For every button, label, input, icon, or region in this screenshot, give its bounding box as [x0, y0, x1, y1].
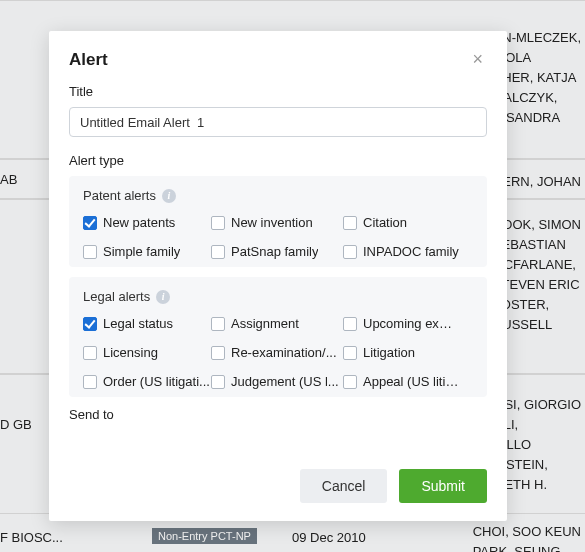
patent-alerts-title: Patent alerts i [83, 188, 473, 203]
send-to-label: Send to [69, 407, 487, 422]
patent-alerts-title-text: Patent alerts [83, 188, 156, 203]
chk-label: Legal status [103, 316, 173, 331]
chk-appeal-us-litigation[interactable]: Appeal (US litig... [343, 374, 459, 389]
checkbox[interactable] [83, 375, 97, 389]
cancel-button[interactable]: Cancel [300, 469, 388, 503]
chk-label: New invention [231, 215, 313, 230]
chk-upcoming-expiration[interactable]: Upcoming expir... [343, 316, 459, 331]
chk-label: Assignment [231, 316, 299, 331]
patent-alerts-box: Patent alerts i New patents New inventio… [69, 176, 487, 267]
close-icon[interactable]: × [468, 49, 487, 70]
chk-label: Judgement (US l... [231, 374, 339, 389]
chk-label: PatSnap family [231, 244, 318, 259]
chk-licensing[interactable]: Licensing [83, 345, 211, 360]
legal-alerts-title: Legal alerts i [83, 289, 473, 304]
alert-modal: Alert × Title Alert type Patent alerts i… [49, 31, 507, 521]
modal-body: Title Alert type Patent alerts i New pat… [49, 82, 507, 455]
chk-new-invention[interactable]: New invention [211, 215, 343, 230]
chk-citation[interactable]: Citation [343, 215, 459, 230]
chk-label: Appeal (US litig... [363, 374, 459, 389]
checkbox[interactable] [343, 216, 357, 230]
chk-simple-family[interactable]: Simple family [83, 244, 211, 259]
checkbox[interactable] [83, 245, 97, 259]
checkbox[interactable] [211, 317, 225, 331]
checkbox[interactable] [343, 317, 357, 331]
chk-label: Order (US litigati... [103, 374, 210, 389]
modal-header: Alert × [49, 31, 507, 82]
info-icon[interactable]: i [156, 290, 170, 304]
modal-footer: Cancel Submit [49, 455, 507, 521]
patent-checkbox-grid: New patents New invention Citation Simpl… [83, 215, 473, 259]
checkbox[interactable] [343, 245, 357, 259]
checkbox[interactable] [211, 245, 225, 259]
alert-type-label: Alert type [69, 153, 487, 168]
chk-label: New patents [103, 215, 175, 230]
chk-label: Simple family [103, 244, 180, 259]
checkbox[interactable] [343, 375, 357, 389]
modal-title: Alert [69, 50, 108, 70]
chk-inpadoc-family[interactable]: INPADOC family [343, 244, 459, 259]
title-input[interactable] [69, 107, 487, 137]
chk-label: Upcoming expir... [363, 316, 459, 331]
chk-judgement-us[interactable]: Judgement (US l... [211, 374, 343, 389]
checkbox[interactable] [211, 375, 225, 389]
checkbox[interactable] [83, 346, 97, 360]
checkbox[interactable] [211, 216, 225, 230]
checkbox[interactable] [211, 346, 225, 360]
chk-litigation[interactable]: Litigation [343, 345, 459, 360]
chk-label: Licensing [103, 345, 158, 360]
chk-label: Litigation [363, 345, 415, 360]
legal-alerts-title-text: Legal alerts [83, 289, 150, 304]
chk-legal-status[interactable]: Legal status [83, 316, 211, 331]
legal-alerts-box: Legal alerts i Legal status Assignment U… [69, 277, 487, 397]
legal-checkbox-grid: Legal status Assignment Upcoming expir..… [83, 316, 473, 389]
chk-order-us-litigation[interactable]: Order (US litigati... [83, 374, 211, 389]
checkbox[interactable] [83, 317, 97, 331]
chk-label: INPADOC family [363, 244, 459, 259]
chk-label: Re-examination/... [231, 345, 337, 360]
chk-new-patents[interactable]: New patents [83, 215, 211, 230]
info-icon[interactable]: i [162, 189, 176, 203]
chk-reexamination[interactable]: Re-examination/... [211, 345, 343, 360]
title-label: Title [69, 84, 487, 99]
chk-label: Citation [363, 215, 407, 230]
submit-button[interactable]: Submit [399, 469, 487, 503]
checkbox[interactable] [343, 346, 357, 360]
checkbox[interactable] [83, 216, 97, 230]
chk-assignment[interactable]: Assignment [211, 316, 343, 331]
chk-patsnap-family[interactable]: PatSnap family [211, 244, 343, 259]
